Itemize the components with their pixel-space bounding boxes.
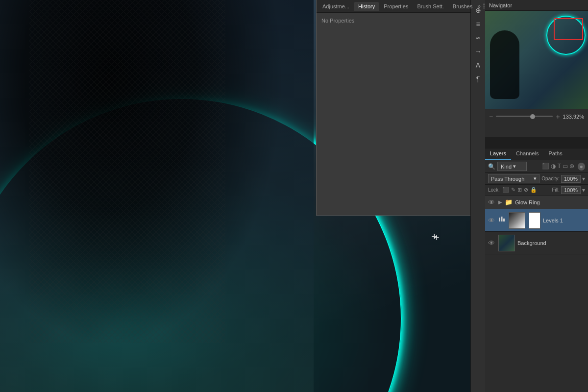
lock-pixels-icon[interactable]: ⬛ [502, 187, 509, 193]
svg-rect-2 [503, 219, 505, 221]
properties-content: No Properties [317, 13, 470, 28]
tool-icon-text[interactable]: A [473, 60, 484, 71]
opacity-arrow: ▾ [582, 175, 585, 182]
group-expand-arrow[interactable]: ▶ [498, 199, 502, 205]
filter-smart-icon[interactable]: ⊛ [569, 163, 574, 171]
properties-panel: Adjustme... History Properties Brush Set… [316, 0, 470, 216]
no-properties-label: No Properties [321, 18, 354, 24]
tab-brush-settings[interactable]: Brush Sett. [413, 2, 447, 11]
layer-item-background[interactable]: 👁 Background [485, 232, 588, 254]
opacity-label: Opacity: [541, 176, 560, 181]
filter-toggle[interactable]: ● [578, 163, 585, 171]
filter-kind-label: Kind [501, 164, 512, 170]
layers-tab-bar: Layers Channels Paths [485, 148, 588, 160]
layer-name-levels1: Levels 1 [543, 218, 585, 223]
lock-artboard-icon[interactable]: ⊞ [517, 187, 522, 193]
zoom-slider[interactable] [496, 116, 553, 117]
filter-pixel-icon[interactable]: ⬛ [542, 163, 549, 171]
tool-icon-para[interactable]: ¶ [473, 74, 484, 84]
tab-history[interactable]: History [354, 2, 379, 11]
vertical-toolbar: ⊕ ≡ ≈ → A ¶ [470, 0, 485, 392]
more-panels-icon[interactable]: » [477, 3, 481, 10]
tool-icon-4[interactable]: → [473, 46, 484, 57]
filter-shape-icon[interactable]: ▭ [563, 163, 568, 171]
lock-bar: Lock: ⬛ ✎ ⊞ ⊘ 🔒 Fill: 100% ▾ [485, 185, 588, 196]
tab-adjustments[interactable]: Adjustme... [318, 2, 353, 11]
lock-move-icon[interactable]: ⊘ [524, 187, 528, 193]
tool-icon-2[interactable]: ≡ [473, 19, 484, 29]
opacity-value[interactable]: 100% [561, 175, 581, 183]
lock-all-icon[interactable]: 🔒 [530, 187, 537, 193]
fill-label: Fill: [552, 187, 560, 193]
blend-mode-arrow: ▾ [534, 175, 537, 182]
mesh-texture [29, 0, 225, 343]
layer-name-glow-ring: Glow Ring [515, 199, 540, 205]
search-icon: 🔍 [488, 163, 495, 170]
svg-rect-0 [499, 218, 500, 221]
zoom-slider-thumb[interactable] [530, 114, 535, 119]
nav-viewport-box[interactable] [554, 18, 583, 40]
zoom-value: 133.92% [563, 114, 584, 120]
filter-kind-arrow: ▾ [513, 163, 516, 170]
filter-adjustment-icon[interactable]: ◑ [551, 163, 556, 171]
fill-arrow: ▾ [582, 187, 585, 194]
layer-item-levels1[interactable]: 👁 Levels 1 [485, 209, 588, 232]
navigator-zoom-bar: − + 133.92% [485, 109, 588, 123]
filter-icons-row: ⬛ ◑ T ▭ ⊛ ● [542, 163, 585, 171]
layer-name-background: Background [517, 240, 585, 246]
navigator-title: Navigator [489, 2, 512, 8]
svg-rect-1 [501, 217, 503, 221]
navigator-panel: Navigator − + 133.92% [485, 0, 588, 137]
panel-tab-bar: Adjustme... History Properties Brush Set… [317, 0, 470, 13]
opacity-control: Opacity: 100% ▾ [541, 175, 585, 183]
layer-thumb-levels1 [509, 212, 525, 229]
layer-visibility-background[interactable]: 👁 [488, 239, 496, 247]
layers-list: 👁 ▶ 📁 Glow Ring 👁 Levels 1 👁 [485, 196, 588, 254]
fill-control: Fill: 100% ▾ [552, 186, 585, 194]
layer-visibility-glow-ring[interactable]: 👁 [488, 198, 496, 206]
zoom-in-icon[interactable]: + [556, 113, 560, 121]
layers-filter-bar: 🔍 Kind ▾ ⬛ ◑ T ▭ ⊛ ● [485, 160, 588, 173]
tab-layers[interactable]: Layers [485, 148, 511, 160]
zoom-out-icon[interactable]: − [489, 113, 493, 121]
nav-preview-figure [490, 30, 519, 99]
tab-channels[interactable]: Channels [511, 148, 543, 160]
layer-visibility-levels1[interactable]: 👁 [488, 217, 496, 224]
crosshair-cursor: + [434, 234, 443, 244]
fill-value[interactable]: 100% [561, 186, 581, 194]
layer-type-icon-levels [498, 216, 506, 224]
layers-panel: Layers Channels Paths 🔍 Kind ▾ ⬛ ◑ T ▭ ⊛… [485, 148, 588, 392]
tool-icon-3[interactable]: ≈ [473, 32, 484, 43]
blend-mode-bar: Pass Through ▾ Opacity: 100% ▾ [485, 173, 588, 185]
lock-position-icon[interactable]: ✎ [511, 187, 515, 193]
layer-mask-levels1 [529, 212, 540, 229]
layer-group-glow-ring[interactable]: 👁 ▶ 📁 Glow Ring [485, 196, 588, 209]
filter-type-icon[interactable]: T [557, 163, 561, 171]
navigator-preview [485, 11, 588, 109]
group-folder-icon: 📁 [505, 198, 513, 206]
blend-mode-dropdown[interactable]: Pass Through ▾ [488, 174, 539, 183]
tab-paths[interactable]: Paths [544, 148, 567, 160]
navigator-header: Navigator [485, 0, 588, 11]
layer-thumb-background [498, 235, 515, 251]
blend-mode-label: Pass Through [491, 176, 524, 182]
tab-brushes[interactable]: Brushes [449, 2, 476, 11]
filter-kind-dropdown[interactable]: Kind ▾ [497, 162, 527, 171]
lock-icons: ⬛ ✎ ⊞ ⊘ 🔒 [502, 187, 537, 193]
tab-properties[interactable]: Properties [380, 2, 412, 11]
lock-label: Lock: [488, 187, 500, 193]
